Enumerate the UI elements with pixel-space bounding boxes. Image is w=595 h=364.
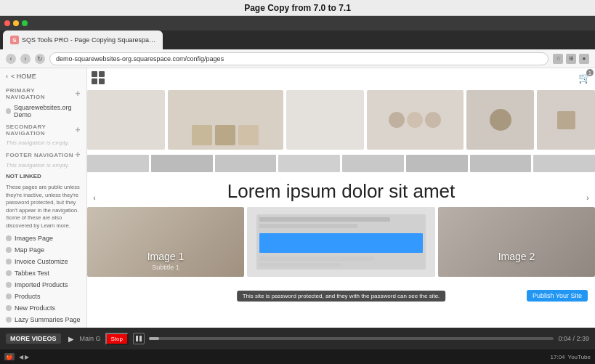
pause-icon [136, 336, 142, 341]
footer-nav-header: FOOTER NAVIGATION + [6, 150, 81, 159]
top-bar-icons: 🛒 1 [87, 68, 595, 87]
list-item[interactable]: Lazy Summaries Page [0, 314, 86, 325]
refresh-button[interactable]: ↻ [35, 54, 45, 64]
gallery-item [466, 90, 534, 150]
list-item[interactable]: Images Page [0, 232, 86, 244]
active-tab[interactable]: S SQS Tools PRO - Page Copying Squarespa… [3, 31, 163, 49]
thumbnail[interactable] [533, 155, 595, 172]
gallery-item [87, 90, 165, 150]
page-label: New Products [15, 304, 55, 312]
more-videos-button[interactable]: MORE VIDEOS [6, 333, 61, 344]
image2-label: Image 2 [498, 251, 535, 262]
list-item[interactable]: Tabbex Test [0, 267, 86, 279]
browser-chrome [0, 16, 595, 31]
grid-cell [92, 71, 97, 77]
main-gallery: ‹ [87, 87, 595, 153]
list-item[interactable]: Imported Products [0, 279, 86, 291]
page-list: Images Page Map Page Invoice Customize T… [0, 232, 86, 328]
main-area: ‹ < HOME PRIMARY NAVIGATION + Squarewebs… [0, 68, 595, 328]
list-item[interactable]: Lazy Summaries Test [0, 325, 86, 328]
page-icon [6, 305, 12, 311]
publish-site-button[interactable]: Publish Your Site [527, 290, 588, 302]
not-linked-desc: These pages are public unless they're in… [0, 181, 86, 232]
primary-nav-label: PRIMARY NAVIGATION [6, 87, 75, 100]
second-gallery: Image 1 Subtitle 1 Image 2 [87, 207, 595, 280]
footer-nav-section: FOOTER NAVIGATION + [0, 147, 86, 161]
minimize-window-button[interactable] [13, 20, 19, 26]
home-icon: ‹ [6, 73, 8, 80]
pause-button[interactable] [133, 333, 145, 344]
home-label: < HOME [11, 73, 36, 80]
profile-icon[interactable]: ● [579, 54, 589, 64]
squarespace-demo-link[interactable]: Squarewebsites.org Demo [0, 102, 86, 121]
play-button[interactable]: ▶ [65, 333, 77, 344]
list-item[interactable]: Invoice Customize [0, 256, 86, 267]
toolbar-icons: ☆ ⊞ ● [553, 54, 589, 64]
back-button[interactable]: ‹ [6, 54, 16, 64]
not-linked-label: NOT LINKED [6, 173, 41, 179]
list-item[interactable]: New Products [0, 302, 86, 314]
not-linked-header: NOT LINKED [0, 170, 86, 181]
gallery-item [537, 90, 595, 150]
forward-button[interactable]: › [20, 54, 31, 64]
nav-item-icon [6, 108, 11, 114]
logo-grid-icon [92, 71, 105, 84]
stop-button[interactable]: Stop [105, 333, 129, 345]
progress-bar[interactable] [149, 337, 554, 340]
password-notice: This site is password protected, and the… [237, 291, 446, 302]
close-window-button[interactable] [4, 20, 10, 26]
footer-nav-add[interactable]: + [75, 150, 81, 159]
page-label: Tabbex Test [15, 270, 49, 277]
url-text: demo-squarewebsites-org.squarespace.com/… [56, 55, 224, 62]
tab-bar: S SQS Tools PRO - Page Copying Squarespa… [0, 31, 595, 49]
sidebar: ‹ < HOME PRIMARY NAVIGATION + Squarewebs… [0, 68, 87, 328]
player-bar: MORE VIDEOS ▶ Main G Stop 0:04 / 2:39 [0, 328, 595, 349]
grid-cell [92, 78, 97, 84]
page-label: Invoice Customize [15, 258, 68, 265]
page-icon [6, 294, 12, 299]
primary-nav-add[interactable]: + [75, 89, 81, 98]
thumbnail[interactable] [87, 155, 149, 172]
grid-cell [99, 78, 105, 84]
secondary-nav-empty: This navigation is empty. [0, 138, 86, 147]
extensions-icon[interactable]: ⊞ [566, 54, 576, 64]
time-display: 0:04 / 2:39 [558, 335, 589, 342]
thumbnail[interactable] [342, 155, 404, 172]
page-icon [6, 270, 12, 276]
content-area: 🛒 1 ‹ [87, 68, 595, 328]
list-item[interactable]: Products [0, 291, 86, 302]
sidebar-home-link[interactable]: ‹ < HOME [0, 68, 86, 84]
page-icon [6, 247, 12, 253]
secondary-nav-section: SECONDARY NAVIGATION + [0, 121, 86, 138]
progress-fill [149, 337, 159, 340]
title-bar: Page Copy from 7.0 to 7.1 [0, 0, 595, 16]
gallery-item [168, 90, 284, 150]
apple-icon[interactable]: 🍎 [4, 353, 15, 360]
maximize-window-button[interactable] [22, 20, 28, 26]
bookmark-icon[interactable]: ☆ [553, 54, 563, 64]
thumbnail[interactable] [278, 155, 340, 172]
list-item[interactable]: Map Page [0, 244, 86, 256]
image2-item: Image 2 [438, 207, 595, 277]
secondary-nav-add[interactable]: + [75, 126, 81, 134]
footer-nav-label: FOOTER NAVIGATION [6, 152, 73, 158]
sys-left-text: ◀ ▶ [19, 354, 29, 360]
thumbnail[interactable] [406, 155, 468, 172]
page-label: Lazy Summaries Page [15, 316, 81, 323]
page-icon [6, 259, 12, 264]
address-input[interactable]: demo-squarewebsites-org.squarespace.com/… [49, 52, 549, 65]
thumbnail[interactable] [470, 155, 532, 172]
thumbnail[interactable] [151, 155, 213, 172]
lorem-heading: Lorem ipsum dolor sit amet [87, 174, 595, 207]
cart-badge: 1 [586, 69, 594, 76]
image1-sublabel: Subtitle 1 [152, 264, 179, 271]
primary-nav-section: PRIMARY NAVIGATION + [0, 84, 86, 102]
system-bar-right: 17:04 YouTube [551, 354, 591, 360]
page-label: Products [15, 293, 41, 300]
youtube-label: YouTube [568, 354, 591, 360]
tab-label: SQS Tools PRO - Page Copying Squarespace… [22, 36, 155, 44]
cart-icon[interactable]: 🛒 1 [578, 72, 591, 84]
thumbnail[interactable] [215, 155, 277, 172]
sys-time: 17:04 [551, 354, 565, 360]
page-icon [6, 235, 12, 241]
